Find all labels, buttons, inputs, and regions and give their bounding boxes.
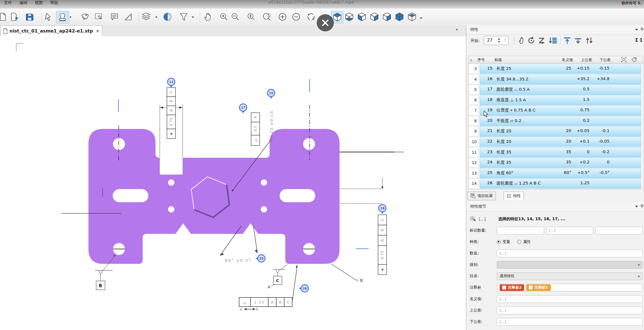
row-selection-bar[interactable]: 16长度 34.8...35.2+35.2+34.8 bbox=[480, 74, 641, 84]
balloon-13[interactable]: 13 bbox=[167, 78, 175, 88]
decrease-icon[interactable] bbox=[291, 11, 301, 23]
zoom-window-icon[interactable] bbox=[262, 11, 272, 23]
table-row[interactable]: 1325角度 60°60°+0.5°-0.5° bbox=[468, 168, 643, 178]
fcf-position-right[interactable]: C B A 0.75 ⌖ bbox=[378, 215, 387, 275]
document-tab[interactable]: nist_ctc_01_asme1_ap242-e1.stp × bbox=[1, 25, 102, 36]
video-close-button[interactable] bbox=[317, 14, 334, 31]
toolbar-overflow-caret[interactable]: ◄ bbox=[419, 16, 422, 20]
fcf-position-top[interactable]: C B A 0.75 ⌖ bbox=[160, 88, 183, 157]
row-selection-bar[interactable]: 24长度 3535+0.20 bbox=[480, 157, 641, 167]
table-row[interactable]: 921长度 2020+0.05-0.1 bbox=[468, 126, 643, 136]
start-spinner[interactable]: 27 ⋮ bbox=[484, 36, 508, 45]
detail-input[interactable]: [...] bbox=[497, 295, 643, 303]
radio-icon[interactable] bbox=[497, 240, 501, 244]
label-datum-b-right[interactable]: B bbox=[331, 264, 363, 283]
z-sort-icon[interactable] bbox=[538, 37, 546, 46]
radio-icon[interactable] bbox=[517, 240, 521, 244]
filter-icon[interactable] bbox=[179, 11, 189, 23]
table-row[interactable]: 1022长度 2020+0.1-0.05 bbox=[468, 137, 643, 147]
detail-input[interactable]: [...] bbox=[497, 318, 643, 326]
balloon-15[interactable]: 15 bbox=[267, 89, 275, 99]
tab-close-icon[interactable]: × bbox=[96, 29, 100, 34]
license-status[interactable]: ⚠ 软件许可 5. bbox=[617, 1, 642, 6]
table-row[interactable]: 820平面度 ▱ 0.20.2 bbox=[468, 116, 643, 126]
details-pin-icon[interactable] bbox=[640, 204, 643, 208]
detail-select[interactable]: 通用特性 bbox=[497, 272, 643, 280]
col-title[interactable]: 标题 bbox=[494, 57, 502, 62]
row-selection-bar[interactable]: 17面轮廓度 ⌓ 0.5 A0.5 bbox=[480, 84, 641, 94]
layers-icon[interactable] bbox=[141, 11, 151, 23]
detail-input[interactable] bbox=[595, 227, 643, 234]
stamp-tool-icon[interactable] bbox=[56, 11, 69, 23]
row-index[interactable]: 12 bbox=[469, 157, 479, 167]
menu-file[interactable]: 文件 bbox=[4, 0, 12, 5]
row-index[interactable]: 3 bbox=[469, 64, 479, 74]
filter-dropdown-caret[interactable] bbox=[192, 17, 194, 18]
row-index[interactable]: 14 bbox=[469, 178, 479, 188]
fcf-profile-mid[interactable]: A 0.5 ⌓ bbox=[251, 113, 260, 145]
tags-field[interactable]: 注释标2注释标1 bbox=[497, 284, 643, 291]
spin-menu-icon[interactable]: ⋮ bbox=[503, 37, 507, 42]
canvas-menu-caret[interactable]: ▾ bbox=[456, 27, 458, 32]
row-selection-bar[interactable]: 22长度 2020+0.1-0.05 bbox=[480, 137, 641, 147]
view-cube-iso[interactable] bbox=[407, 11, 417, 23]
menu-help[interactable]: 帮助 bbox=[50, 0, 58, 5]
zoom-out-icon[interactable] bbox=[230, 11, 240, 23]
row-selection-bar[interactable]: 23长度 35350-0.2 bbox=[480, 147, 641, 157]
panel-pin-icon[interactable] bbox=[640, 27, 643, 31]
annotation-tag[interactable]: 注释标2 bbox=[500, 284, 524, 291]
spin-up-icon[interactable] bbox=[498, 38, 500, 40]
row-selection-bar[interactable]: 26面轮廓度 ⌓ 1.25 A B C1.25 bbox=[480, 178, 641, 188]
view-cube-right[interactable] bbox=[369, 11, 379, 23]
new-file-icon[interactable] bbox=[0, 11, 8, 23]
details-collapse-caret[interactable] bbox=[635, 206, 638, 207]
tag-tool-icon[interactable] bbox=[79, 11, 90, 23]
table-row[interactable]: 517面轮廓度 ⌓ 0.5 A0.5 bbox=[468, 84, 643, 94]
row-index[interactable]: 4 bbox=[469, 74, 479, 84]
renumber-list-icon[interactable] bbox=[549, 37, 557, 46]
view-cube-bottom[interactable] bbox=[344, 11, 354, 23]
panel-collapse-caret[interactable] bbox=[635, 29, 638, 31]
properties-panel-header[interactable]: 特性 bbox=[466, 25, 644, 35]
section-view-icon[interactable] bbox=[163, 11, 173, 23]
detail-select[interactable] bbox=[497, 261, 643, 269]
detail-input[interactable]: [...] bbox=[546, 227, 593, 234]
measure-icon[interactable] bbox=[123, 11, 134, 23]
layers-dropdown-caret[interactable] bbox=[155, 17, 158, 18]
move-updown-icon[interactable] bbox=[585, 37, 593, 46]
pan-hand-icon[interactable] bbox=[203, 11, 213, 23]
row-index[interactable]: 10 bbox=[469, 137, 479, 147]
detail-input[interactable]: [...] bbox=[497, 250, 643, 257]
stamp-dropdown-caret[interactable] bbox=[69, 17, 72, 18]
detail-input[interactable]: [...] bbox=[497, 307, 643, 314]
balloon-17[interactable]: 17 bbox=[239, 104, 247, 114]
selected-features-row[interactable]: [...] 选择的特征13, 14, 15, 16, 17, ... bbox=[466, 213, 644, 225]
col-capture-icon[interactable] bbox=[621, 57, 626, 63]
properties-table-header[interactable]: 序号 标题 名义值 上公差 下公差 bbox=[468, 56, 643, 63]
row-selection-bar[interactable]: 21长度 2020+0.05-0.1 bbox=[480, 126, 641, 136]
tab-properties[interactable]: 特性 bbox=[504, 192, 524, 200]
refresh-icon[interactable] bbox=[306, 11, 316, 23]
detail-input[interactable] bbox=[497, 227, 544, 234]
table-row[interactable]: 1224长度 3535+0.20 bbox=[468, 157, 643, 167]
reorder-icon[interactable] bbox=[528, 37, 536, 46]
table-row[interactable]: 618垂直度 ⊥ 1.5 A1.5 bbox=[468, 95, 643, 105]
row-selection-bar[interactable]: 19位置度 ⌖ 0.75 A B C0.75 bbox=[480, 105, 641, 115]
tab-project-expand[interactable]: 项目拓展 bbox=[467, 192, 496, 200]
select-caret-icon[interactable] bbox=[638, 276, 640, 277]
marquee-select-icon[interactable] bbox=[94, 11, 104, 23]
table-row[interactable]: 1426面轮廓度 ⌓ 1.25 A B C1.25 bbox=[468, 178, 643, 188]
row-index[interactable]: 7 bbox=[469, 105, 479, 115]
view-cube-left[interactable] bbox=[357, 11, 367, 23]
col-lower[interactable]: 下公差 bbox=[595, 57, 611, 62]
tag-checkbox[interactable] bbox=[502, 286, 506, 289]
select-caret-icon[interactable] bbox=[638, 264, 640, 266]
zoom-extents-icon[interactable] bbox=[246, 11, 256, 23]
spin-down-icon[interactable] bbox=[498, 41, 500, 42]
row-index[interactable]: 8 bbox=[469, 116, 479, 126]
row-selection-bar[interactable]: 25角度 60°60°+0.5°-0.5° bbox=[480, 168, 641, 178]
move-bottom-icon[interactable] bbox=[574, 37, 582, 46]
col-upper[interactable]: 上公差 bbox=[576, 57, 592, 62]
sort-corner-icon[interactable] bbox=[471, 59, 473, 61]
table-row[interactable]: 719位置度 ⌖ 0.75 A B C0.75 bbox=[468, 105, 643, 115]
